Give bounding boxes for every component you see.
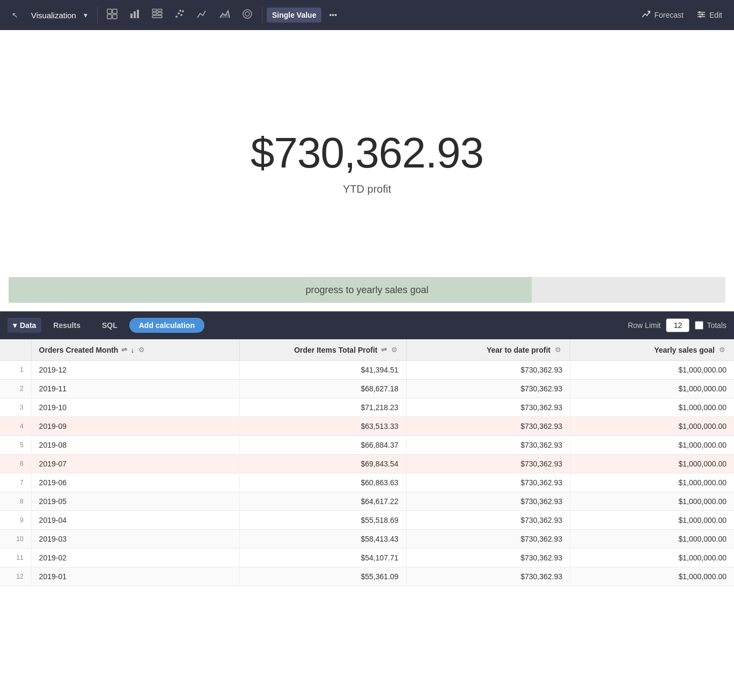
data-table-wrapper: Orders Created Month ⇌ ↓ ⚙ Order Items T… — [0, 339, 734, 586]
cursor-tool[interactable]: ↖ — [6, 8, 24, 23]
data-toolbar-right: Row Limit Totals — [628, 318, 726, 332]
single-value-btn[interactable]: Single Value — [267, 8, 321, 23]
svg-point-24 — [699, 16, 701, 18]
svg-rect-9 — [152, 16, 162, 18]
table-row: 7 2019-06 $60,863.63 $730,362.93 $1,000,… — [0, 473, 734, 492]
total-profit-cell: $54,107.71 — [240, 549, 406, 567]
table-row: 5 2019-08 $66,884.37 $730,362.93 $1,000,… — [0, 436, 734, 455]
ytd-profit-cell: $730,362.93 — [406, 380, 570, 398]
svg-rect-4 — [130, 13, 133, 18]
yearly-goal-cell: $1,000,000.00 — [570, 567, 734, 586]
progress-area: progress to yearly sales goal — [0, 277, 734, 311]
row-num-cell: 8 — [0, 492, 31, 511]
results-tab[interactable]: Results — [43, 317, 90, 333]
edit-sliders-icon — [696, 10, 706, 21]
col-header-ytd: Year to date profit ⚙ — [406, 339, 570, 361]
table-header-row: Orders Created Month ⇌ ↓ ⚙ Order Items T… — [0, 339, 734, 361]
svg-point-23 — [701, 13, 703, 16]
ytd-profit-cell: $730,362.93 — [406, 492, 570, 511]
table-row: 10 2019-03 $58,413.43 $730,362.93 $1,000… — [0, 530, 734, 549]
main-toolbar: ↖ Visualization ▾ Single Value ••• Forec… — [0, 0, 734, 30]
orders-month-gear-btn[interactable]: ⚙ — [137, 345, 146, 355]
big-value: $730,362.93 — [251, 128, 483, 178]
yearly-goal-cell: $1,000,000.00 — [570, 417, 734, 436]
svg-rect-6 — [137, 10, 139, 18]
total-profit-cell: $64,617.22 — [240, 492, 406, 511]
area-chart-icon[interactable] — [215, 5, 235, 26]
total-profit-cell: $60,863.63 — [240, 473, 406, 492]
yearly-goal-gear-btn[interactable]: ⚙ — [718, 345, 726, 355]
line-chart-icon[interactable] — [192, 5, 212, 26]
row-limit-input[interactable] — [666, 318, 689, 332]
ytd-profit-col-label: Year to date profit — [487, 346, 550, 354]
svg-point-13 — [178, 12, 180, 14]
scatter-icon[interactable] — [170, 5, 190, 26]
row-num-header — [0, 339, 31, 361]
svg-rect-2 — [107, 14, 112, 19]
row-num-cell: 9 — [0, 511, 31, 530]
totals-check[interactable]: Totals — [695, 321, 726, 330]
svg-point-22 — [699, 11, 701, 13]
orders-month-cell: 2019-09 — [31, 417, 240, 436]
ytd-profit-cell: $730,362.93 — [406, 455, 570, 473]
donut-icon[interactable] — [237, 5, 258, 26]
ytd-profit-cell: $730,362.93 — [406, 436, 570, 455]
svg-point-12 — [175, 16, 178, 18]
pivot-icon[interactable] — [147, 5, 167, 26]
yearly-goal-cell: $1,000,000.00 — [570, 436, 734, 455]
sql-tab[interactable]: SQL — [92, 317, 127, 333]
yearly-goal-cell: $1,000,000.00 — [570, 455, 734, 473]
more-btn[interactable]: ••• — [324, 8, 342, 23]
add-calculation-btn[interactable]: Add calculation — [129, 318, 204, 333]
row-num-cell: 5 — [0, 436, 31, 455]
bar-chart-icon[interactable] — [124, 5, 145, 26]
svg-point-17 — [243, 10, 252, 18]
forecast-btn[interactable]: Forecast — [636, 6, 688, 24]
ytd-profit-cell: $730,362.93 — [406, 567, 570, 586]
yearly-goal-cell: $1,000,000.00 — [570, 398, 734, 417]
total-profit-cell: $58,413.43 — [240, 530, 406, 549]
pivot-icon-profit: ⇌ — [381, 346, 387, 354]
svg-rect-8 — [152, 12, 157, 14]
svg-point-18 — [245, 12, 249, 16]
svg-rect-10 — [158, 9, 162, 11]
table-row: 6 2019-07 $69,843.54 $730,362.93 $1,000,… — [0, 455, 734, 473]
data-tab-label: Data — [20, 321, 36, 330]
table-row: 9 2019-04 $55,518.69 $730,362.93 $1,000,… — [0, 511, 734, 530]
sort-down-icon[interactable]: ↓ — [130, 346, 134, 354]
forecast-label: Forecast — [654, 11, 683, 19]
orders-month-cell: 2019-05 — [31, 492, 240, 511]
results-label: Results — [53, 321, 80, 330]
table-row: 4 2019-09 $63,513.33 $730,362.93 $1,000,… — [0, 417, 734, 436]
totals-label: Totals — [707, 321, 726, 330]
row-num-cell: 6 — [0, 455, 31, 473]
big-label: YTD profit — [343, 183, 391, 195]
visualization-area: $730,362.93 YTD profit — [0, 30, 734, 277]
data-tab[interactable]: ▾ Data — [8, 318, 41, 333]
orders-month-cell: 2019-06 — [31, 473, 240, 492]
col-header-yearly: Yearly sales goal ⚙ — [570, 339, 734, 361]
ytd-profit-gear-btn[interactable]: ⚙ — [554, 345, 562, 355]
total-profit-cell: $69,843.54 — [240, 455, 406, 473]
ytd-profit-cell: $730,362.93 — [406, 511, 570, 530]
ytd-profit-cell: $730,362.93 — [406, 549, 570, 567]
orders-month-col-label: Orders Created Month — [39, 346, 119, 354]
totals-checkbox[interactable] — [695, 321, 703, 330]
yearly-goal-cell: $1,000,000.00 — [570, 380, 734, 398]
toolbar-right: Forecast Edit — [636, 6, 728, 24]
svg-rect-0 — [107, 9, 112, 13]
table-row: 12 2019-01 $55,361.09 $730,362.93 $1,000… — [0, 567, 734, 586]
svg-point-15 — [182, 10, 184, 12]
yearly-goal-cell: $1,000,000.00 — [570, 492, 734, 511]
edit-label: Edit — [709, 11, 722, 19]
total-profit-cell: $41,394.51 — [240, 361, 406, 380]
svg-point-14 — [180, 14, 182, 16]
total-profit-gear-btn[interactable]: ⚙ — [390, 345, 399, 355]
ytd-profit-cell: $730,362.93 — [406, 361, 570, 380]
svg-rect-3 — [113, 14, 117, 19]
toolbar-separator-1 — [97, 7, 98, 23]
total-profit-cell: $55,518.69 — [240, 511, 406, 530]
edit-btn[interactable]: Edit — [691, 6, 728, 24]
viz-label-item[interactable]: Visualization ▾ — [26, 8, 93, 23]
table-icon[interactable] — [102, 5, 122, 26]
